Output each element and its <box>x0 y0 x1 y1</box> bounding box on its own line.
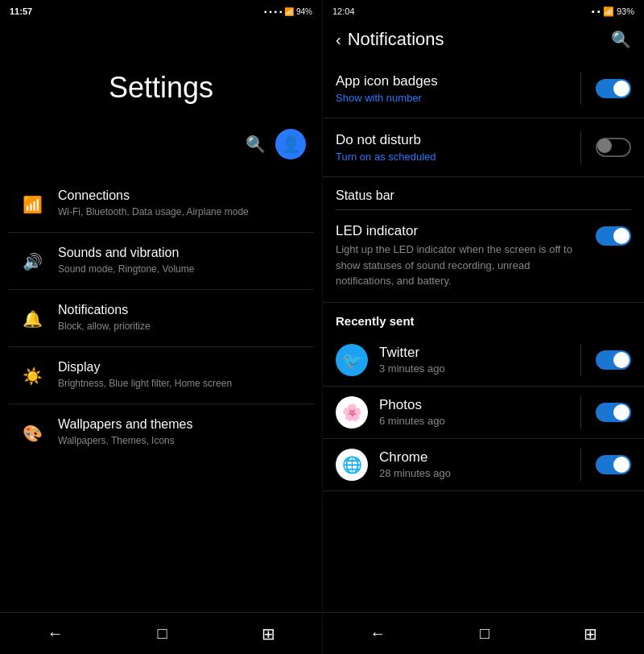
toggle-thumb <box>597 139 612 153</box>
chrome-icon: 🌐 <box>336 449 368 481</box>
display-icon-wrap: ☀️ <box>18 362 47 391</box>
twitter-app-time: 3 minutes ago <box>379 362 572 375</box>
search-button[interactable]: 🔍 <box>246 135 266 154</box>
volume-icon: 🔊 <box>23 252 43 271</box>
notifications-content: App icon badges Show with number Do not … <box>323 60 644 612</box>
photos-icon: 🌸 <box>336 396 368 428</box>
app-icon-badges-setting[interactable]: App icon badges Show with number <box>323 60 644 118</box>
led-indicator-description: Light up the LED indicator when the scre… <box>336 242 589 289</box>
sidebar-item-sounds[interactable]: 🔊 Sounds and vibration Sound mode, Ringt… <box>8 233 314 290</box>
home-button[interactable]: □ <box>157 624 167 643</box>
battery-icon: ▪ ▪ ▪ ▪ 📶 94% <box>264 7 312 16</box>
notifications-search-button[interactable]: 🔍 <box>611 30 631 49</box>
sidebar-item-display[interactable]: ☀️ Display Brightness, Blue light filter… <box>8 347 314 404</box>
display-subtitle: Brightness, Blue light filter, Home scre… <box>58 377 304 391</box>
search-avatar-row: 🔍 👤 <box>0 129 322 159</box>
settings-title: Settings <box>0 71 322 105</box>
connections-text: Connections Wi-Fi, Bluetooth, Data usage… <box>58 188 304 219</box>
left-status-icons: ▪ ▪ ▪ ▪ 📶 94% <box>264 7 312 16</box>
wallpapers-text: Wallpapers and themes Wallpapers, Themes… <box>58 417 304 448</box>
settings-list: 📶 Connections Wi-Fi, Bluetooth, Data usa… <box>0 176 322 612</box>
r-home-button[interactable]: □ <box>480 624 489 643</box>
connections-subtitle: Wi-Fi, Bluetooth, Data usage, Airplane m… <box>58 205 304 219</box>
divider <box>580 344 581 376</box>
display-title: Display <box>58 360 304 375</box>
wallpapers-title: Wallpapers and themes <box>58 417 304 432</box>
notifications-header: ‹ Notifications 🔍 <box>323 23 644 60</box>
notif-icon-wrap: 🔔 <box>18 304 47 333</box>
app-icon-badges-sublabel: Show with number <box>336 92 438 104</box>
led-indicator-setting[interactable]: LED indicator Light up the LED indicator… <box>323 210 644 303</box>
twitter-toggle[interactable] <box>596 350 631 370</box>
r-recents-button[interactable]: ⊞ <box>584 624 597 644</box>
notifications-text: Notifications Block, allow, prioritize <box>58 303 304 333</box>
page-title: Notifications <box>348 29 444 50</box>
do-not-disturb-sublabel: Turn on as scheduled <box>336 151 436 163</box>
left-bottom-nav: ← □ ⊞ <box>0 612 322 654</box>
toggle-thumb <box>613 404 630 420</box>
right-status-bar: 12:04 ▪ ▪ 📶 93% <box>323 0 644 23</box>
chrome-notif-item[interactable]: 🌐 Chrome 28 minutes ago <box>323 439 644 491</box>
brush-icon: 🎨 <box>23 424 43 443</box>
divider <box>580 131 581 164</box>
twitter-notif-item[interactable]: 🐦 Twitter 3 minutes ago <box>323 334 644 387</box>
led-indicator-text: LED indicator Light up the LED indicator… <box>336 223 589 289</box>
right-panel: 12:04 ▪ ▪ 📶 93% ‹ Notifications 🔍 App ic… <box>322 0 644 654</box>
twitter-app-name: Twitter <box>379 345 572 361</box>
sounds-title: Sounds and vibration <box>58 246 304 260</box>
twitter-info: Twitter 3 minutes ago <box>379 345 572 375</box>
back-button[interactable]: ← <box>47 624 63 643</box>
toggle-thumb <box>613 457 630 473</box>
header-left: ‹ Notifications <box>336 29 444 50</box>
connections-title: Connections <box>58 188 304 203</box>
chrome-icon-symbol: 🌐 <box>342 455 362 474</box>
divider <box>580 396 581 428</box>
avatar-icon: 👤 <box>281 135 301 154</box>
led-indicator-toggle[interactable] <box>596 226 631 246</box>
connections-icon-wrap: 📶 <box>18 190 47 219</box>
right-status-icons: ▪ ▪ 📶 93% <box>592 6 634 17</box>
sounds-text: Sounds and vibration Sound mode, Rington… <box>58 246 304 276</box>
photos-info: Photos 6 minutes ago <box>379 397 572 427</box>
photos-app-time: 6 minutes ago <box>379 415 572 427</box>
right-time: 12:04 <box>332 6 355 16</box>
sounds-icon-wrap: 🔊 <box>18 247 47 276</box>
photos-toggle[interactable] <box>596 403 631 422</box>
notifications-subtitle: Block, allow, prioritize <box>58 320 304 333</box>
divider <box>580 72 581 105</box>
twitter-icon: 🐦 <box>336 344 368 376</box>
divider <box>580 449 581 481</box>
chrome-info: Chrome 28 minutes ago <box>379 449 572 479</box>
sidebar-item-notifications[interactable]: 🔔 Notifications Block, allow, prioritize <box>8 290 314 347</box>
bell-icon: 🔔 <box>23 309 43 329</box>
wifi-icon: 📶 <box>23 195 43 214</box>
twitter-icon-symbol: 🐦 <box>342 350 362 370</box>
back-arrow-icon[interactable]: ‹ <box>336 31 341 49</box>
do-not-disturb-text: Do not disturb Turn on as scheduled <box>336 132 436 163</box>
toggle-thumb <box>613 352 630 368</box>
r-back-button[interactable]: ← <box>369 624 386 643</box>
do-not-disturb-label: Do not disturb <box>336 132 436 148</box>
left-time: 11:57 <box>10 6 32 16</box>
display-text: Display Brightness, Blue light filter, H… <box>58 360 304 391</box>
sounds-subtitle: Sound mode, Ringtone, Volume <box>58 263 304 276</box>
do-not-disturb-setting[interactable]: Do not disturb Turn on as scheduled <box>323 118 644 177</box>
led-indicator-label: LED indicator <box>336 223 589 239</box>
recents-button[interactable]: ⊞ <box>262 624 275 644</box>
app-icon-badges-label: App icon badges <box>336 73 438 89</box>
photos-icon-symbol: 🌸 <box>342 403 362 422</box>
status-bar-section-header: Status bar <box>323 177 644 209</box>
chrome-app-name: Chrome <box>379 449 572 466</box>
sidebar-item-connections[interactable]: 📶 Connections Wi-Fi, Bluetooth, Data usa… <box>8 176 314 233</box>
app-icon-badges-toggle[interactable] <box>596 79 631 98</box>
toggle-thumb <box>613 228 630 244</box>
photos-notif-item[interactable]: 🌸 Photos 6 minutes ago <box>323 387 644 439</box>
toggle-thumb <box>613 81 630 97</box>
notifications-title: Notifications <box>58 303 304 317</box>
chrome-toggle[interactable] <box>596 455 631 474</box>
photos-app-name: Photos <box>379 397 572 413</box>
do-not-disturb-toggle[interactable] <box>596 138 631 157</box>
sidebar-item-wallpapers[interactable]: 🎨 Wallpapers and themes Wallpapers, Them… <box>8 404 314 461</box>
chrome-app-time: 28 minutes ago <box>379 467 572 479</box>
avatar[interactable]: 👤 <box>275 129 306 159</box>
